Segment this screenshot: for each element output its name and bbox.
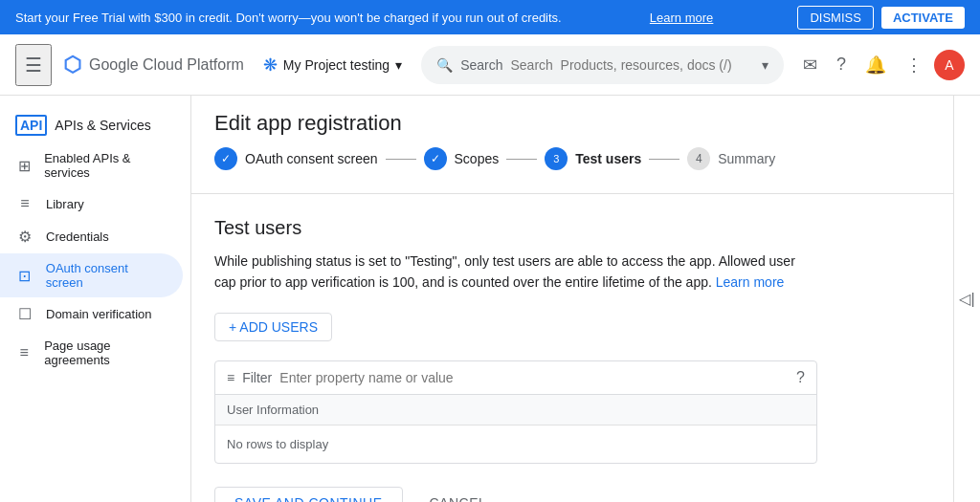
table-empty-text: No rows to display: [227, 437, 328, 451]
cancel-button[interactable]: CANCEL: [414, 488, 502, 502]
sidebar-item-page-usage[interactable]: ≡ Page usage agreements: [0, 331, 183, 375]
gcp-logo: ⬡ Google Cloud Platform: [63, 53, 244, 77]
page-title: Edit app registration: [214, 111, 930, 136]
sidebar-item-label: OAuth consent screen: [46, 261, 167, 290]
more-options-icon-button[interactable]: ⋮: [898, 47, 930, 83]
sidebar-item-label: Credentials: [46, 229, 109, 244]
project-name: My Project testing: [283, 57, 390, 73]
step-divider-1: [386, 159, 416, 160]
enabled-apis-icon: ⊞: [15, 157, 33, 175]
main-header: ☰ ⬡ Google Cloud Platform ❋ My Project t…: [0, 34, 980, 96]
step-divider-3: [649, 159, 679, 160]
filter-label: Filter: [242, 370, 272, 385]
domain-icon: ☐: [15, 305, 34, 323]
dismiss-button[interactable]: DISMISS: [797, 6, 873, 30]
right-panel: ◁|: [953, 96, 980, 502]
chevron-down-icon: ▾: [395, 57, 402, 73]
main-content: Edit app registration ✓ OAuth consent sc…: [191, 96, 953, 502]
oauth-icon: ⊡: [15, 267, 34, 285]
activate-button[interactable]: ACTIVATE: [881, 7, 965, 29]
library-icon: ≡: [15, 195, 34, 212]
table-body: No rows to display: [215, 426, 816, 463]
filter-input[interactable]: [279, 370, 789, 385]
banner-actions: DISMISS ACTIVATE: [797, 6, 965, 30]
save-and-continue-button[interactable]: SAVE AND CONTINUE: [214, 487, 403, 502]
collapse-panel-button[interactable]: ◁|: [959, 290, 974, 308]
step-label-1: OAuth consent screen: [245, 151, 378, 166]
gcp-logo-icon: ⬡: [63, 53, 81, 77]
sidebar-item-label: Domain verification: [46, 307, 152, 321]
search-bar: 🔍 Search ▾: [421, 46, 784, 84]
step-oauth-consent: ✓ OAuth consent screen: [214, 147, 378, 170]
step-scopes: ✓ Scopes: [424, 147, 500, 170]
api-icon: API: [15, 115, 47, 136]
banner-text: Start your Free Trial with $300 in credi…: [15, 11, 562, 25]
sidebar-item-label: Library: [46, 197, 84, 211]
sidebar-header: API APIs & Services: [0, 103, 190, 143]
section-description: While publishing status is set to "Testi…: [214, 251, 808, 294]
project-selector[interactable]: ❋ My Project testing ▾: [256, 49, 410, 81]
table-column-header: User Information: [227, 403, 319, 417]
content-header: Edit app registration ✓ OAuth consent sc…: [191, 96, 953, 194]
sidebar-item-library[interactable]: ≡ Library: [0, 187, 183, 220]
filter-bar: ≡ Filter ? User Information No rows to d…: [214, 360, 817, 464]
table-header: User Information: [215, 395, 816, 426]
notifications-icon-button[interactable]: 🔔: [858, 47, 894, 83]
avatar[interactable]: A: [934, 50, 965, 80]
content-inner: Test users While publishing status is se…: [191, 194, 953, 502]
step-circle-1: ✓: [214, 147, 237, 170]
app-body: API APIs & Services ⊞ Enabled APIs & ser…: [0, 96, 980, 502]
step-label-3: Test users: [575, 151, 641, 166]
search-icon: 🔍: [436, 57, 453, 73]
header-icons: ✉ ? 🔔 ⋮ A: [795, 47, 965, 83]
search-expand-icon[interactable]: ▾: [762, 57, 768, 73]
page-usage-icon: ≡: [15, 344, 33, 361]
help-icon-button[interactable]: ?: [829, 47, 854, 82]
sidebar-item-label: Page usage agreements: [44, 338, 167, 367]
credentials-icon: ⚙: [15, 228, 34, 246]
email-icon-button[interactable]: ✉: [795, 47, 825, 83]
section-desc-text: While publishing status is set to "Testi…: [214, 253, 795, 290]
search-input[interactable]: [510, 57, 754, 73]
step-circle-3: 3: [545, 147, 568, 170]
hamburger-menu[interactable]: ☰: [15, 44, 52, 86]
step-label-4: Summary: [718, 151, 775, 166]
step-divider-2: [506, 159, 537, 160]
search-label: Search: [460, 57, 502, 73]
learn-more-link[interactable]: Learn more: [716, 274, 785, 290]
top-banner: Start your Free Trial with $300 in credi…: [0, 0, 980, 34]
sidebar: API APIs & Services ⊞ Enabled APIs & ser…: [0, 96, 191, 502]
add-users-button[interactable]: + ADD USERS: [214, 313, 332, 341]
project-icon: ❋: [263, 55, 278, 76]
filter-help-icon[interactable]: ?: [796, 369, 805, 386]
step-summary: 4 Summary: [687, 147, 775, 170]
sidebar-item-credentials[interactable]: ⚙ Credentials: [0, 220, 183, 253]
step-circle-4: 4: [687, 147, 710, 170]
stepper: ✓ OAuth consent screen ✓ Scopes 3 Test u…: [214, 140, 930, 186]
sidebar-title: APIs & Services: [55, 118, 150, 133]
step-label-2: Scopes: [455, 151, 500, 166]
step-test-users: 3 Test users: [545, 147, 641, 170]
sidebar-item-label: Enabled APIs & services: [44, 151, 167, 180]
sidebar-item-enabled-apis[interactable]: ⊞ Enabled APIs & services: [0, 143, 183, 187]
step-circle-2: ✓: [424, 147, 447, 170]
section-title: Test users: [214, 217, 930, 239]
gcp-logo-text: Google Cloud Platform: [89, 56, 244, 74]
sidebar-item-domain-verification[interactable]: ☐ Domain verification: [0, 297, 183, 331]
filter-row: ≡ Filter ?: [215, 361, 816, 395]
banner-learn-more[interactable]: Learn more: [650, 11, 713, 25]
filter-icon: ≡: [227, 370, 234, 385]
sidebar-item-oauth-consent[interactable]: ⊡ OAuth consent screen: [0, 253, 183, 297]
action-row: SAVE AND CONTINUE CANCEL: [214, 487, 930, 502]
